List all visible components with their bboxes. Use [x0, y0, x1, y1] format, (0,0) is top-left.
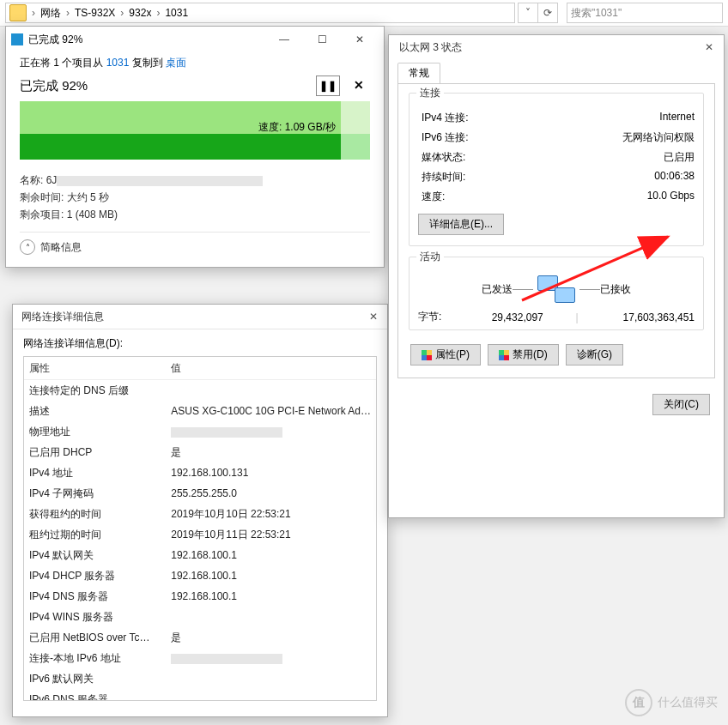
- details-button[interactable]: 详细信息(E)...: [418, 214, 504, 235]
- status-row: 媒体状态:已启用: [410, 148, 703, 167]
- table-row[interactable]: 已启用 DHCP是: [24, 442, 376, 462]
- chevron-right-icon: ›: [118, 7, 125, 19]
- watermark-icon: 值: [625, 689, 652, 716]
- status-value: 10.0 Gbps: [647, 190, 695, 204]
- table-row[interactable]: 连接-本地 IPv6 地址: [24, 648, 376, 668]
- table-row[interactable]: IPv4 DHCP 服务器192.168.100.1: [24, 565, 376, 586]
- close-dialog-button[interactable]: 关闭(C): [652, 394, 710, 415]
- progress-label: 已完成 92%: [20, 78, 88, 94]
- col-property[interactable]: 属性: [24, 357, 166, 380]
- history-dropdown[interactable]: ˅: [518, 3, 538, 23]
- chevron-up-icon: ˄: [20, 239, 35, 255]
- prop-value: 192.168.100.131: [166, 462, 376, 483]
- prop-value: [166, 648, 376, 668]
- minimize-button[interactable]: —: [265, 27, 303, 51]
- bytes-recv: 17,603,363,451: [579, 311, 695, 323]
- group-connection: 连接 IPv4 连接:InternetIPv6 连接:无网络访问权限媒体状态:已…: [409, 93, 704, 246]
- table-row[interactable]: IPv4 WINS 服务器: [24, 607, 376, 627]
- prop-name: 描述: [24, 401, 166, 421]
- prop-name: 已启用 DHCP: [24, 442, 166, 462]
- table-row[interactable]: 已启用 NetBIOS over Tc…是: [24, 627, 376, 648]
- prop-name: IPv4 默认网关: [24, 545, 166, 565]
- search-input[interactable]: 搜索"1031": [567, 3, 723, 23]
- redacted: [57, 176, 263, 186]
- title: 以太网 3 状态: [399, 40, 462, 55]
- table-row[interactable]: 物理地址: [24, 421, 376, 442]
- titlebar[interactable]: 已完成 92% — ☐ ✕: [6, 27, 384, 52]
- crumb-host[interactable]: TS-932X: [71, 3, 118, 22]
- table-row[interactable]: IPv4 子网掩码255.255.255.0: [24, 483, 376, 504]
- status-row: 速度:10.0 Gbps: [410, 187, 703, 207]
- copy-icon: [11, 33, 23, 45]
- close-button[interactable]: ✕: [695, 41, 724, 53]
- chevron-right-icon: ›: [30, 7, 37, 19]
- pause-button[interactable]: ❚❚: [316, 76, 340, 96]
- prop-name: 获得租约的时间: [24, 504, 166, 524]
- prop-value: [166, 421, 376, 442]
- breadcrumb[interactable]: › 网络 › TS-932X › 932x › 1031: [5, 3, 515, 23]
- prop-value: ASUS XG-C100C 10G PCI-E Network Ad…: [166, 401, 376, 421]
- tab-general[interactable]: 常规: [397, 63, 440, 83]
- prop-name: IPv4 子网掩码: [24, 483, 166, 504]
- sent-label: 已发送: [418, 282, 513, 297]
- prop-name: IPv4 DNS 服务器: [24, 586, 166, 607]
- prop-value: 是: [166, 442, 376, 462]
- prop-value: 192.168.100.1: [166, 565, 376, 586]
- col-value[interactable]: 值: [166, 357, 376, 380]
- details-list[interactable]: 属性值 连接特定的 DNS 后缀描述ASUS XG-C100C 10G PCI-…: [23, 356, 377, 701]
- prop-value: 255.255.255.0: [166, 483, 376, 504]
- subtitle: 网络连接详细信息(D):: [23, 336, 377, 351]
- dest-link[interactable]: 桌面: [166, 57, 186, 69]
- table-row[interactable]: IPv4 地址192.168.100.131: [24, 462, 376, 483]
- shield-icon: [499, 350, 509, 360]
- properties-button[interactable]: 属性(P): [410, 344, 481, 366]
- status-value: 无网络访问权限: [622, 130, 695, 145]
- prop-name: 已启用 NetBIOS over Tc…: [24, 627, 166, 648]
- prop-name: IPv4 WINS 服务器: [24, 607, 166, 627]
- toggle-simple[interactable]: ˄ 简略信息: [20, 239, 370, 255]
- crumb-folder[interactable]: 1031: [161, 3, 191, 22]
- diagnose-button[interactable]: 诊断(G): [566, 344, 623, 366]
- status-key: 持续时间:: [422, 170, 465, 184]
- copy-dialog: 已完成 92% — ☐ ✕ 正在将 1 个项目从 1031 复制到 桌面 已完成…: [5, 26, 385, 268]
- explorer-address-bar: › 网络 › TS-932X › 932x › 1031 ˅ ⟳ 搜索"1031…: [0, 0, 728, 27]
- folder-icon: [9, 4, 27, 21]
- recv-label: 已接收: [600, 282, 695, 297]
- titlebar[interactable]: 以太网 3 状态 ✕: [389, 35, 724, 59]
- cancel-button[interactable]: ✕: [348, 76, 370, 94]
- maximize-button[interactable]: ☐: [303, 27, 341, 51]
- source-link[interactable]: 1031: [106, 57, 130, 69]
- status-key: IPv6 连接:: [422, 130, 469, 145]
- prop-name: IPv6 DNS 服务器: [24, 689, 166, 701]
- close-button[interactable]: ✕: [341, 27, 379, 51]
- close-button[interactable]: ✕: [360, 311, 387, 323]
- table-row[interactable]: IPv4 DNS 服务器192.168.100.1: [24, 586, 376, 607]
- status-key: 媒体状态:: [422, 150, 465, 165]
- group-activity: 活动 已发送 —— —— 已接收 字节: 29,432,097 | 17,603…: [409, 257, 704, 330]
- table-row[interactable]: 描述ASUS XG-C100C 10G PCI-E Network Ad…: [24, 401, 376, 421]
- table-row[interactable]: 租约过期的时间2019年10月11日 22:53:21: [24, 524, 376, 545]
- copy-facts: 名称: 6J 剩余时间: 大约 5 秒 剩余项目: 1 (408 MB): [20, 172, 370, 223]
- prop-value: 192.168.100.1: [166, 586, 376, 607]
- table-row[interactable]: 获得租约的时间2019年10月10日 22:53:21: [24, 504, 376, 524]
- refresh-button[interactable]: ⟳: [537, 3, 558, 23]
- title-prefix: 已完成: [28, 33, 59, 47]
- disable-button[interactable]: 禁用(D): [488, 344, 559, 366]
- status-row: 持续时间:00:06:38: [410, 167, 703, 187]
- status-key: 速度:: [422, 190, 445, 204]
- status-value: 已启用: [664, 150, 695, 165]
- prop-name: IPv4 DHCP 服务器: [24, 565, 166, 586]
- titlebar[interactable]: 网络连接详细信息 ✕: [13, 305, 387, 329]
- chevron-right-icon: ›: [155, 7, 161, 19]
- network-icon: [537, 275, 575, 303]
- prop-name: 物理地址: [24, 421, 166, 442]
- table-row[interactable]: 连接特定的 DNS 后缀: [24, 380, 376, 402]
- table-row[interactable]: IPv6 默认网关: [24, 668, 376, 689]
- network-details-dialog: 网络连接详细信息 ✕ 网络连接详细信息(D): 属性值 连接特定的 DNS 后缀…: [12, 304, 388, 717]
- table-row[interactable]: IPv6 DNS 服务器: [24, 689, 376, 701]
- table-row[interactable]: IPv4 默认网关192.168.100.1: [24, 545, 376, 565]
- crumb-network[interactable]: 网络: [37, 3, 64, 22]
- prop-value: 是: [166, 627, 376, 648]
- crumb-share[interactable]: 932x: [125, 3, 155, 22]
- prop-name: IPv4 地址: [24, 462, 166, 483]
